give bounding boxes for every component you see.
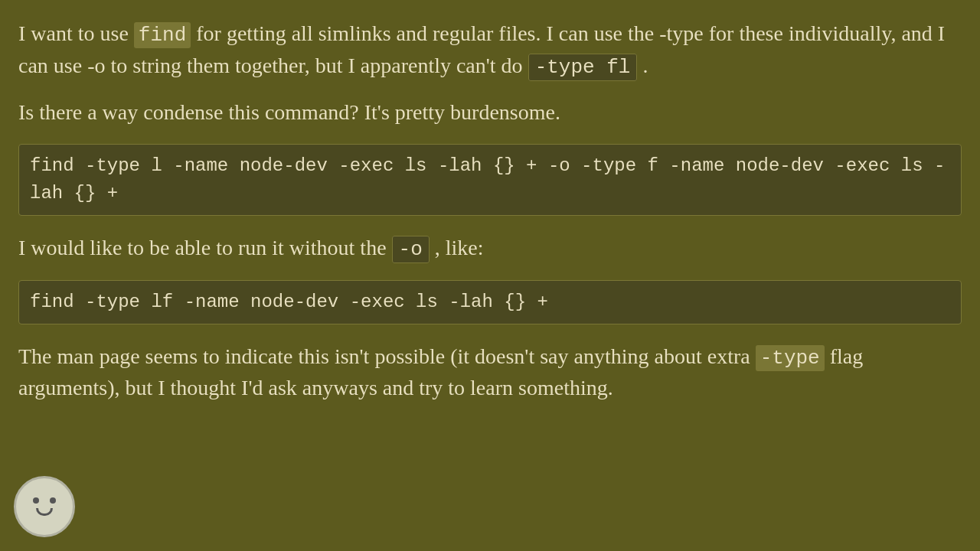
code-block-2: find -type lf -name node-dev -exec ls -l… [18,280,962,324]
user-avatar [14,476,75,537]
avatar-mouth [36,508,53,516]
avatar-eyes [33,497,56,504]
paragraph-3: I would like to be able to run it withou… [18,233,962,265]
paragraph-2: Is there a way condense this command? It… [18,97,962,129]
text-p2: Is there a way condense this command? It… [18,100,560,124]
main-content: I want to use find for getting all simli… [18,18,962,404]
text-p1-3: . [642,54,648,77]
text-p3-1: I would like to be able to run it withou… [18,236,392,259]
inline-code-type-fl: -type fl [528,54,638,81]
inline-code-o: -o [392,236,430,263]
text-p1-1: I want to use [18,21,134,45]
paragraph-4: The man page seems to indicate this isn'… [18,341,962,404]
avatar-eye-right [50,497,56,504]
paragraph-1: I want to use find for getting all simli… [18,18,962,82]
inline-code-find: find [134,22,191,48]
text-p3-2: , like: [435,236,484,259]
inline-code-type: -type [756,345,825,371]
text-p4-1: The man page seems to indicate this isn'… [18,344,756,368]
code-block-1: find -type l -name node-dev -exec ls -la… [18,144,962,216]
avatar-face [33,497,56,516]
avatar-eye-left [33,497,39,504]
